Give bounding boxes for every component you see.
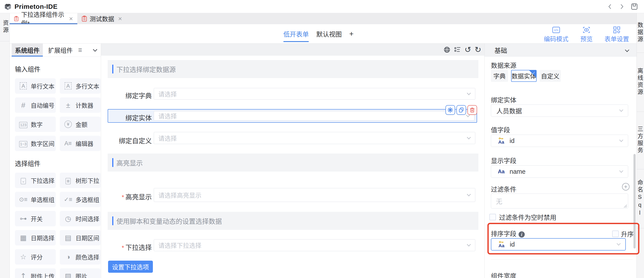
component-dropdown-select[interactable]: ⌄ 下拉选择 [15,173,56,188]
dropdown-select[interactable]: 请选择下拉选择 [154,239,475,251]
nav-forward-icon[interactable] [619,4,625,10]
close-tab-icon[interactable]: × [69,16,73,22]
tab-default-view[interactable]: 默认视图 [316,24,342,43]
doc-tab-label: 测试数据 [90,14,114,23]
group-title-input: 输入组件 [15,64,101,74]
bind-entity-select[interactable]: 请选择 [154,111,474,121]
dock-item-offline-resources[interactable]: 离线资源 [637,53,644,112]
dock-item-resources[interactable]: 资源 [0,13,10,41]
component-date-range[interactable]: ▤ 日期区间 [60,230,100,245]
chevron-down-icon [616,241,620,245]
props-section-basic[interactable]: 基础 [484,44,636,57]
text-field-icon: Aa [496,169,506,174]
add-view-button[interactable]: + [349,30,354,38]
copy-icon [458,107,464,113]
i18n-globe-icon[interactable] [444,46,450,53]
segment-dictionary[interactable]: 字典 [491,70,508,82]
component-tree-dropdown[interactable]: ≣ 树形下拉 [60,173,100,188]
app-title: Primeton-IDE [14,3,58,10]
component-switch[interactable]: ⊶ 开关 [15,211,56,226]
field-label-bind-custom: 绑定自定义 [108,135,152,145]
component-date-picker[interactable]: ▦ 日期选择 [15,230,56,245]
component-counter[interactable]: ± 计数器 [60,97,100,113]
component-number-range[interactable]: 1~3 数字区间 [15,136,56,151]
bind-entity-prop-select[interactable]: 人员数据 [491,105,628,117]
component-radio-group[interactable]: ⊙≡ 单选框组 [15,192,56,207]
set-dropdown-options-button[interactable]: 设置下拉选项 [108,261,153,273]
component-sort-icon[interactable]: ☰ [78,48,82,53]
sort-field-label: 排序字段i [491,229,525,238]
component-attachment-upload[interactable]: ↥ 附件上传 [15,268,56,278]
bind-dictionary-select[interactable]: 请选择 [154,88,475,100]
section-header-highlight: 高亮显示 [108,154,478,172]
tab-system-components[interactable]: 系统组件 [12,44,43,57]
component-money[interactable]: ¥ 金额 [60,117,100,132]
dock-item-datasource[interactable]: 数据源 [637,13,644,53]
tab-lowcode-form[interactable]: 低开表单 [283,24,309,43]
component-rating[interactable]: ☆ 评分 [15,249,56,264]
segment-custom[interactable]: 自定义 [540,70,561,82]
form-settings-button[interactable]: 表单设置 [604,26,629,43]
value-field-label: 值字段 [491,125,510,134]
multi-text-icon: A [63,83,73,89]
preview-eye-icon [582,26,590,34]
textarea-resize-handle[interactable] [623,204,627,208]
collapse-panel-chevron-icon[interactable] [93,47,97,52]
display-field-select[interactable]: Aa name [491,165,628,178]
component-width-label: 组件宽度 [491,271,516,278]
bind-entity-label: 绑定实体 [491,95,516,104]
filter-empty-disable-checkbox[interactable] [489,214,496,220]
required-mark: * [122,244,124,251]
ascending-checkbox[interactable] [612,230,619,237]
undo-icon[interactable]: ↺ [464,46,471,54]
radio-group-icon: ⊙≡ [18,197,28,203]
info-icon[interactable]: i [518,231,525,237]
add-filter-icon[interactable]: + [622,183,630,190]
section-header-script: 使用脚本和变量动态的设置选择数据 [108,212,478,230]
save-icon[interactable] [631,3,638,10]
component-multi-text[interactable]: A 多行文本 [60,78,100,94]
title-bar: Primeton-IDE [0,0,644,13]
key-field-icon: Aa [496,137,506,144]
display-field-label: 显示字段 [491,156,516,165]
filter-condition-textarea[interactable] [491,193,628,208]
checkbox-group-icon: ✓≡ [63,197,73,203]
filter-checkbox-label: 过滤条件为空时禁用 [499,212,556,222]
bind-custom-select[interactable]: 请选择 [154,132,475,144]
key-field-icon: Aa [496,241,506,248]
code-mode-button[interactable]: </> 编码模式 [544,26,568,43]
highlight-select[interactable]: 请选择高亮显示 [154,188,475,202]
right-dock-strip: 数据源 离线资源 三方服务 命名Sql [636,13,644,278]
segment-data-entity[interactable]: 数据实体 ✓ [511,70,536,82]
canvas-toolbar: ↺ ↻ [101,44,484,56]
component-image[interactable]: ▨ 图片 [60,268,100,278]
preview-button[interactable]: 预览 [580,26,592,43]
nav-back-icon[interactable] [607,4,613,10]
component-single-text[interactable]: A 单行文本 [15,78,56,94]
tab-extension-components[interactable]: 扩展组件 [45,44,76,57]
dock-item-named-sql[interactable]: 命名Sql [637,169,644,228]
panel-scrollbar[interactable] [634,154,636,248]
close-tab-icon[interactable]: × [118,16,122,22]
component-color-picker[interactable]: ◑ 颜色选择 [60,249,100,264]
component-time-picker[interactable]: ◷ 时间选择 [60,211,100,226]
dock-item-third-party-services[interactable]: 三方服务 [637,112,644,169]
redo-icon[interactable]: ↻ [475,46,481,54]
money-icon: ¥ [63,121,73,128]
component-checkbox-group[interactable]: ✓≡ 多选框组 [60,192,100,207]
component-number[interactable]: 123 数字 [15,117,56,132]
chevron-down-icon [467,242,471,246]
doc-tab-dropdown-example[interactable]: 下拉选择组件示例* × [10,13,77,24]
field-settings-button[interactable] [446,105,455,115]
component-auto-number[interactable]: # 自动编号 [15,97,56,113]
sort-field-select[interactable]: Aa id [491,238,626,250]
field-copy-button[interactable] [456,105,466,115]
doc-tab-test-data[interactable]: 测试数据 × [77,13,126,24]
outline-tree-icon[interactable] [454,46,461,53]
counter-icon: ± [63,101,73,109]
field-delete-button[interactable] [468,105,477,115]
component-editor[interactable]: A≡ 编辑器 [60,136,100,151]
value-field-select[interactable]: Aa id [491,135,628,147]
gear-icon [448,107,453,113]
group-title-select: 选择组件 [15,159,101,168]
